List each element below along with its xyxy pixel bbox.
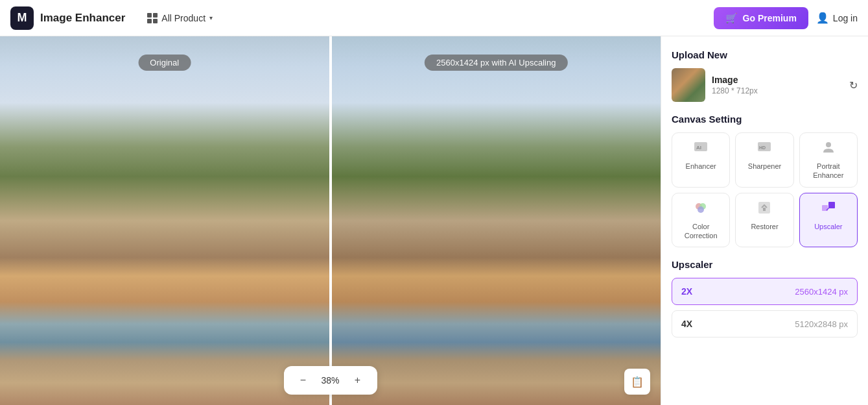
upscaler-title: Upscaler	[672, 259, 858, 270]
user-icon: 👤	[816, 12, 829, 24]
upscaler-2x-option[interactable]: 2X 2560x1424 px	[672, 278, 858, 305]
color-correction-icon	[676, 200, 725, 219]
header: M Image Enhancer All Product ▾ 🛒 Go Prem…	[0, 0, 868, 36]
svg-text:HD: HD	[759, 145, 766, 150]
sharpener-label: Sharpener	[740, 162, 789, 171]
logo: M	[10, 6, 34, 30]
portrait-label: PortraitEnhancer	[804, 162, 853, 180]
zoom-in-icon: +	[355, 374, 360, 386]
upscaled-image	[332, 36, 661, 405]
svg-rect-9	[763, 208, 766, 211]
go-premium-label: Go Premium	[743, 13, 797, 23]
all-product-label: All Product	[161, 13, 205, 23]
zoom-bar: − 38% +	[284, 366, 377, 395]
image-info: Image 1280 * 712px	[712, 75, 843, 95]
upscaled-panel: 2560x1424 px with AI Upscaling	[332, 36, 661, 405]
tool-enhancer[interactable]: AI Enhancer	[672, 132, 730, 188]
original-image	[0, 36, 329, 405]
canvas-area: Original 2560x1424 px with AI Upscaling …	[0, 36, 661, 405]
upload-section-title: Upload New	[672, 49, 858, 60]
list-icon: 📋	[631, 376, 644, 388]
login-label: Log in	[833, 13, 858, 23]
thumb-preview	[672, 68, 705, 102]
restorer-label: Restorer	[740, 222, 789, 231]
portrait-icon	[804, 140, 853, 159]
color-correction-label: ColorCorrection	[676, 222, 725, 241]
tool-sharpener[interactable]: HD Sharpener	[735, 132, 793, 188]
tool-restorer[interactable]: Restorer	[735, 193, 793, 248]
canvas-tools-grid: AI Enhancer HD Sharpener	[672, 132, 858, 247]
original-label: Original	[138, 55, 191, 71]
image-name: Image	[712, 75, 843, 85]
tool-upscaler[interactable]: Upscaler	[799, 193, 858, 248]
upload-image-row: Image 1280 * 712px ↻	[672, 68, 858, 102]
svg-text:AI: AI	[696, 145, 701, 151]
zoom-in-button[interactable]: +	[349, 371, 367, 389]
enhancer-label: Enhancer	[676, 162, 725, 171]
upscaled-label: 2560x1424 px with AI Upscaling	[425, 55, 567, 71]
restorer-icon	[740, 200, 789, 219]
grid-icon	[147, 13, 158, 23]
zoom-out-button[interactable]: −	[294, 371, 312, 389]
cart-icon: 🛒	[725, 12, 738, 24]
upscaler-4x-size: 5120x2848 px	[795, 319, 848, 329]
right-panel: Upload New Image 1280 * 712px ↻ Canvas S…	[661, 36, 868, 405]
svg-point-7	[698, 206, 704, 213]
svg-point-4	[826, 142, 831, 147]
image-dimensions: 1280 * 712px	[712, 86, 843, 95]
chevron-down-icon: ▾	[209, 14, 213, 21]
canvas-setting-title: Canvas Setting	[672, 114, 858, 125]
zoom-out-icon: −	[300, 374, 306, 386]
sharpener-icon: HD	[740, 140, 789, 159]
all-product-button[interactable]: All Product ▾	[141, 9, 219, 27]
enhancer-icon: AI	[676, 140, 725, 159]
image-thumbnail	[672, 68, 705, 102]
tool-color-correction[interactable]: ColorCorrection	[672, 193, 730, 248]
original-panel: Original	[0, 36, 329, 405]
replace-image-button[interactable]: ↻	[849, 79, 858, 92]
upscaler-card-label: Upscaler	[804, 222, 853, 231]
upscaler-4x-label: 4X	[681, 319, 692, 329]
upscaler-2x-size: 2560x1424 px	[795, 287, 848, 297]
report-button[interactable]: 📋	[624, 369, 650, 395]
logo-text: M	[18, 11, 27, 25]
app-name: Image Enhancer	[40, 12, 125, 25]
upscaler-icon	[804, 200, 853, 219]
upscaler-4x-option[interactable]: 4X 5120x2848 px	[672, 310, 858, 338]
main-layout: Original 2560x1424 px with AI Upscaling …	[0, 36, 868, 405]
images-container: Original 2560x1424 px with AI Upscaling	[0, 36, 661, 405]
zoom-level: 38%	[319, 375, 342, 386]
go-premium-button[interactable]: 🛒 Go Premium	[714, 7, 808, 29]
login-button[interactable]: 👤 Log in	[816, 12, 858, 24]
tool-portrait[interactable]: PortraitEnhancer	[799, 132, 858, 188]
upscaler-2x-label: 2X	[681, 286, 692, 297]
header-right: 🛒 Go Premium 👤 Log in	[714, 7, 858, 29]
replace-icon: ↻	[849, 80, 858, 91]
